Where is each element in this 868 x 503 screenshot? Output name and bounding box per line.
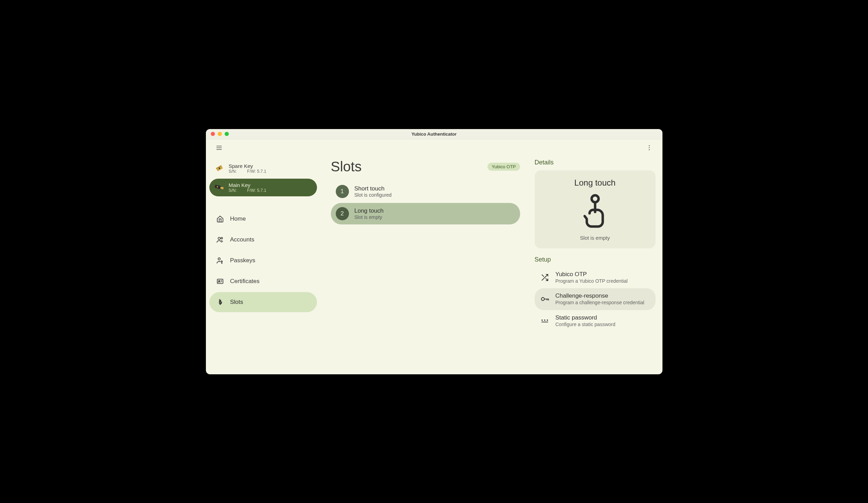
slots-icon bbox=[216, 298, 224, 306]
touch-icon bbox=[581, 194, 609, 230]
slot-number: 1 bbox=[336, 185, 349, 198]
more-vertical-icon bbox=[646, 144, 653, 151]
certificates-icon bbox=[216, 278, 224, 285]
nav-label: Home bbox=[230, 215, 246, 222]
setup-static-password[interactable]: Static password Configure a static passw… bbox=[535, 310, 656, 332]
slot-item-1[interactable]: 1 Short touch Slot is configured bbox=[331, 181, 520, 202]
device-name: Main Key bbox=[229, 182, 312, 188]
more-button[interactable] bbox=[643, 142, 656, 154]
svg-point-5 bbox=[649, 149, 650, 150]
setup-heading: Setup bbox=[535, 256, 656, 263]
accounts-icon bbox=[216, 236, 224, 244]
nav-label: Passkeys bbox=[230, 257, 256, 264]
svg-point-17 bbox=[218, 280, 220, 282]
svg-rect-16 bbox=[217, 279, 223, 283]
main-panel: Slots Yubico OTP 1 Short touch Slot is c… bbox=[320, 156, 531, 374]
menu-button[interactable] bbox=[213, 142, 225, 154]
svg-point-12 bbox=[218, 237, 220, 239]
slot-item-2[interactable]: 2 Long touch Slot is empty bbox=[331, 203, 520, 224]
slot-status: Slot is configured bbox=[354, 192, 392, 198]
svg-rect-25 bbox=[541, 322, 548, 322]
app-window: Yubico Authenticator Spare Key S/N: F/W:… bbox=[206, 129, 662, 374]
setup-name: Static password bbox=[556, 314, 616, 321]
setup-yubico-otp[interactable]: Yubico OTP Program a Yubico OTP credenti… bbox=[535, 267, 656, 289]
password-icon bbox=[540, 316, 549, 325]
slot-status: Slot is empty bbox=[354, 214, 384, 220]
slot-name: Long touch bbox=[354, 207, 384, 214]
nav-passkeys[interactable]: Passkeys bbox=[209, 250, 317, 271]
device-fw-label: F/W: 5.7.1 bbox=[247, 169, 266, 174]
device-fw-label: F/W: 5.7.1 bbox=[247, 188, 266, 193]
window-title: Yubico Authenticator bbox=[206, 131, 662, 137]
svg-point-14 bbox=[218, 258, 220, 260]
nav-section: Home Accounts Passkeys bbox=[209, 209, 317, 312]
svg-point-21 bbox=[541, 298, 544, 301]
setup-name: Yubico OTP bbox=[556, 271, 628, 278]
minimize-button[interactable] bbox=[218, 132, 222, 136]
nav-accounts[interactable]: Accounts bbox=[209, 230, 317, 250]
details-heading: Details bbox=[535, 159, 656, 166]
home-icon bbox=[216, 215, 224, 223]
setup-challenge-response[interactable]: Challenge-response Program a challenge-r… bbox=[535, 288, 656, 310]
nav-label: Slots bbox=[230, 299, 243, 306]
nav-label: Accounts bbox=[230, 236, 254, 243]
detail-status: Slot is empty bbox=[580, 235, 610, 241]
traffic-lights bbox=[206, 132, 229, 136]
detail-title: Long touch bbox=[574, 178, 616, 188]
device-item-spare[interactable]: Spare Key S/N: F/W: 5.7.1 bbox=[209, 160, 317, 177]
svg-point-23 bbox=[544, 319, 545, 321]
key-icon bbox=[540, 295, 549, 304]
svg-point-3 bbox=[649, 145, 650, 146]
detail-card: Long touch Slot is empty bbox=[535, 170, 656, 248]
svg-point-15 bbox=[221, 261, 222, 262]
yubikey-icon bbox=[214, 182, 225, 193]
setup-name: Challenge-response bbox=[556, 292, 644, 299]
protocol-badge: Yubico OTP bbox=[487, 163, 520, 171]
nav-certificates[interactable]: Certificates bbox=[209, 271, 317, 291]
setup-sub: Program a Yubico OTP credential bbox=[556, 278, 628, 284]
page-title: Slots bbox=[331, 159, 362, 174]
titlebar: Yubico Authenticator bbox=[206, 129, 662, 139]
details-panel: Details Long touch Slot is empty Setup bbox=[531, 156, 662, 374]
setup-sub: Configure a static password bbox=[556, 321, 616, 328]
nav-label: Certificates bbox=[230, 278, 260, 285]
slot-name: Short touch bbox=[354, 185, 392, 192]
passkeys-icon bbox=[216, 257, 224, 264]
nav-slots[interactable]: Slots bbox=[209, 292, 317, 312]
device-item-main[interactable]: Main Key S/N: F/W: 5.7.1 bbox=[209, 179, 317, 196]
sidebar: Spare Key S/N: F/W: 5.7.1 Main Key S/N: … bbox=[206, 156, 320, 374]
shuffle-icon bbox=[540, 273, 549, 282]
yubikey-nano-icon bbox=[214, 163, 225, 173]
slot-list: 1 Short touch Slot is configured 2 Long … bbox=[331, 181, 520, 224]
slot-number: 2 bbox=[336, 207, 349, 220]
device-name: Spare Key bbox=[229, 163, 312, 169]
svg-point-24 bbox=[546, 319, 548, 321]
content: Spare Key S/N: F/W: 5.7.1 Main Key S/N: … bbox=[206, 156, 662, 374]
toolbar bbox=[206, 139, 662, 156]
setup-sub: Program a challenge-response credential bbox=[556, 299, 644, 306]
svg-point-4 bbox=[649, 147, 650, 148]
device-sn-label: S/N: bbox=[229, 188, 237, 193]
svg-point-13 bbox=[221, 237, 223, 239]
svg-point-22 bbox=[541, 319, 543, 321]
close-button[interactable] bbox=[211, 132, 215, 136]
nav-home[interactable]: Home bbox=[209, 209, 317, 229]
maximize-button[interactable] bbox=[225, 132, 229, 136]
hamburger-icon bbox=[216, 144, 223, 151]
device-sn-label: S/N: bbox=[229, 169, 237, 174]
